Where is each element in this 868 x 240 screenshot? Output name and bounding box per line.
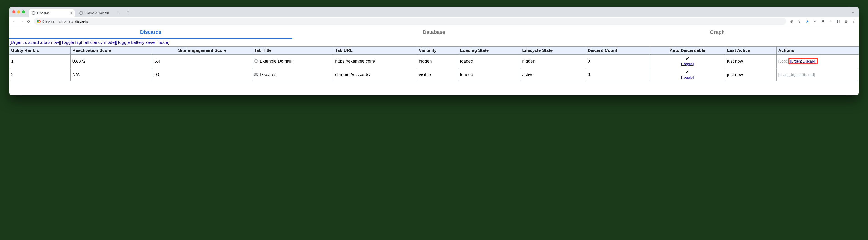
col-actions[interactable]: Actions (776, 47, 859, 55)
profile-icon[interactable]: ◒ (843, 19, 848, 24)
menu-icon[interactable]: ⋮ (851, 19, 856, 24)
window-close-button[interactable] (12, 10, 15, 13)
browser-window: Discards × Example Domain × + ⌄ ← → ⟳ Ch… (9, 7, 859, 95)
cell-tab-url: chrome://discards/ (333, 68, 417, 82)
share-icon[interactable]: ⇪ (797, 19, 802, 24)
cell-auto-discardable: ✔[Toggle] (650, 68, 725, 82)
titlebar: Discards × Example Domain × + ⌄ (9, 7, 859, 17)
table-row: 10.83726.4Example Domainhttps://example.… (9, 55, 859, 68)
window-maximize-button[interactable] (22, 10, 25, 13)
toggle-auto-discardable-link[interactable]: [Toggle] (681, 62, 694, 66)
top-actions: [Urgent discard a tab now][Toggle high e… (9, 39, 859, 46)
chrome-icon (37, 20, 40, 23)
zoom-icon[interactable]: ⊕ (789, 19, 794, 24)
col-tab-title[interactable]: Tab Title (252, 47, 333, 55)
browser-tab-example[interactable]: Example Domain × (76, 9, 122, 17)
forward-button[interactable]: → (19, 19, 24, 24)
cell-tab-url: https://example.com/ (333, 55, 417, 68)
cell-discard-count: 0 (586, 55, 650, 68)
toggle-high-efficiency-link[interactable]: [Toggle high efficiency mode] (60, 40, 116, 45)
reload-button[interactable]: ⟳ (26, 19, 31, 24)
cell-loading-state: loaded (458, 55, 520, 68)
labs-icon[interactable]: ⚗ (820, 19, 825, 24)
cell-discard-count: 0 (586, 68, 650, 82)
toggle-battery-saver-link[interactable]: [Toggle battery saver mode] (116, 40, 169, 45)
col-discard-count[interactable]: Discard Count (586, 47, 650, 55)
globe-icon (79, 11, 83, 15)
table-row: 2N/A0.0Discardschrome://discards/visible… (9, 68, 859, 82)
cell-loading-state: loaded (458, 68, 520, 82)
col-utility-rank[interactable]: Utility Rank ▲ (9, 47, 71, 55)
check-icon: ✔ (652, 69, 723, 75)
load-link[interactable]: [Load] (778, 59, 788, 63)
urgent-discard-link[interactable]: [Urgent Discard] (790, 59, 816, 63)
cell-visibility: visible (417, 68, 458, 82)
col-last-active[interactable]: Last Active (725, 47, 776, 55)
tab-close-button[interactable]: × (70, 11, 72, 15)
globe-icon (254, 73, 258, 77)
url-scheme-label: Chrome (42, 20, 55, 23)
load-link[interactable]: [Load] (778, 73, 788, 77)
new-tab-button[interactable]: + (125, 9, 131, 15)
cell-site-engagement: 0.0 (153, 68, 252, 82)
url-path: discards (75, 20, 88, 23)
col-reactivation-score[interactable]: Reactivation Score (70, 47, 152, 55)
url-separator: | (56, 20, 57, 23)
cell-actions: [Load][Urgent Discard] (776, 68, 859, 82)
col-site-engagement[interactable]: Site Engagement Score (153, 47, 252, 55)
cell-utility-rank: 1 (9, 55, 71, 68)
toolbar: ← → ⟳ Chrome | chrome://discards ⊕ ⇪ ★ ✦… (9, 17, 859, 26)
discards-table: Utility Rank ▲ Reactivation Score Site E… (9, 46, 859, 82)
tab-title: Discards (37, 11, 50, 15)
extensions-icon[interactable]: ✦ (812, 19, 817, 24)
cell-last-active: just now (725, 68, 776, 82)
table-header-row: Utility Rank ▲ Reactivation Score Site E… (9, 47, 859, 55)
col-loading-state[interactable]: Loading State (458, 47, 520, 55)
window-controls (12, 10, 25, 13)
window-minimize-button[interactable] (17, 10, 20, 13)
col-auto-discardable[interactable]: Auto Discardable (650, 47, 725, 55)
devtools-icon[interactable]: ⌖ (828, 19, 833, 24)
tab-close-button[interactable]: × (117, 11, 119, 15)
urgent-discard-link[interactable]: [Urgent Discard] (788, 73, 815, 77)
url-host-dim: chrome:// (59, 20, 73, 23)
cell-site-engagement: 6.4 (153, 55, 252, 68)
browser-tab-discards[interactable]: Discards × (29, 9, 74, 17)
cell-lifecycle-state: active (520, 68, 586, 82)
back-button[interactable]: ← (12, 19, 17, 24)
check-icon: ✔ (652, 56, 723, 61)
cell-lifecycle-state: hidden (520, 55, 586, 68)
col-tab-url[interactable]: Tab URL (333, 47, 417, 55)
cell-visibility: hidden (417, 55, 458, 68)
globe-icon (32, 11, 35, 15)
globe-icon (254, 59, 258, 63)
page-content: Discards Database Graph [Urgent discard … (9, 26, 859, 95)
tab-title: Example Domain (85, 11, 109, 15)
cell-tab-title: Example Domain (252, 55, 333, 68)
sort-asc-icon: ▲ (36, 49, 39, 53)
cell-utility-rank: 2 (9, 68, 71, 82)
cell-auto-discardable: ✔[Toggle] (650, 55, 725, 68)
cell-reactivation-score: 0.8372 (70, 55, 152, 68)
page-tab-strip: Discards Database Graph (9, 26, 859, 39)
urgent-discard-now-link[interactable]: [Urgent discard a tab now] (9, 40, 60, 45)
col-visibility[interactable]: Visibility (417, 47, 458, 55)
bookmark-star-icon[interactable]: ★ (805, 19, 810, 24)
cell-last-active: just now (725, 55, 776, 68)
tab-overflow-button[interactable]: ⌄ (851, 10, 854, 14)
address-bar[interactable]: Chrome | chrome://discards (34, 18, 786, 25)
tab-database[interactable]: Database (292, 26, 576, 39)
sidepanel-icon[interactable]: ◧ (836, 19, 841, 24)
highlight-annotation: [Urgent Discard] (788, 58, 817, 64)
col-lifecycle-state[interactable]: Lifecycle State (520, 47, 586, 55)
toggle-auto-discardable-link[interactable]: [Toggle] (681, 76, 694, 80)
tab-graph[interactable]: Graph (576, 26, 859, 39)
cell-reactivation-score: N/A (70, 68, 152, 82)
cell-tab-title: Discards (252, 68, 333, 82)
cell-actions: [Load][Urgent Discard] (776, 55, 859, 68)
tab-discards[interactable]: Discards (9, 26, 292, 39)
